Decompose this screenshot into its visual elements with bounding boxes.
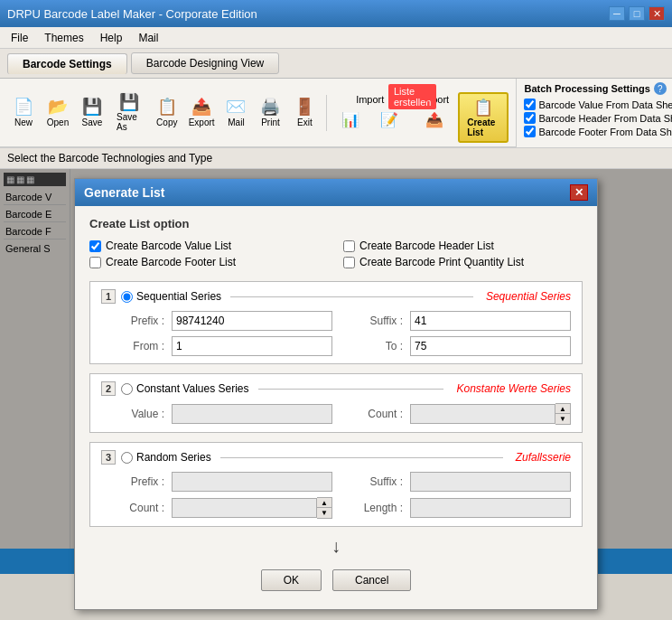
tab-barcode-settings[interactable]: Barcode Settings: [7, 53, 127, 74]
batch-title-row: Batch Processing Settings ?: [524, 82, 672, 95]
menu-help[interactable]: Help: [93, 30, 130, 46]
random-series-header: 3 Random Series Zufallsserie: [101, 450, 571, 465]
new-button[interactable]: 📄 New: [7, 94, 40, 131]
prefix-input[interactable]: [172, 311, 332, 331]
constant-series-section: 2 Constant Values Series Konstante Werte…: [89, 373, 583, 433]
new-icon: 📄: [14, 98, 33, 117]
print-button[interactable]: 🖨️ Print: [254, 94, 286, 131]
modal-overlay: Generate List ✕ Create List option Creat…: [0, 169, 672, 549]
import-excel-icon: 📊: [341, 111, 359, 128]
random-radio[interactable]: [121, 452, 133, 464]
generate-list-dialog: Generate List ✕ Create List option Creat…: [74, 178, 598, 610]
create-list-button[interactable]: 📋 Create List: [458, 92, 509, 143]
random-form: Prefix : Suffix : Count : ▲ ▼ Lengt: [101, 472, 571, 519]
random-length-input: [410, 498, 571, 518]
close-button[interactable]: ✕: [649, 6, 665, 21]
checkbox-row-header: Create Barcode Header List: [343, 240, 583, 252]
create-list-section: Liste erstellen 📋 Create List: [458, 82, 509, 143]
open-icon: 📂: [48, 98, 68, 117]
dialog-title: Generate List: [84, 185, 164, 200]
maximize-button[interactable]: □: [629, 6, 645, 21]
menu-mail[interactable]: Mail: [131, 30, 165, 46]
random-count-spinner: ▲ ▼: [172, 497, 332, 519]
cancel-button[interactable]: Cancel: [332, 569, 411, 591]
batch-help-icon[interactable]: ?: [654, 82, 667, 95]
dialog-title-bar: Generate List ✕: [75, 179, 597, 206]
saveas-button[interactable]: 💾 Save As: [110, 89, 149, 136]
ok-arrow-indicator: ↓: [89, 536, 583, 557]
count-spinner-const: ▲ ▼: [410, 403, 571, 425]
dialog-footer: OK Cancel: [89, 559, 583, 598]
series-num-3: 3: [101, 450, 116, 465]
window-controls: ─ □ ✕: [609, 6, 665, 21]
checkbox-row-value: Create Barcode Value List: [89, 240, 329, 252]
constant-form: Value : Count : ▲ ▼: [101, 403, 571, 425]
count-up-btn-const[interactable]: ▲: [555, 404, 570, 414]
saveas-icon: 💾: [119, 93, 139, 113]
series-divider-1: [230, 296, 473, 297]
sequential-radio-label[interactable]: Sequential Series: [121, 290, 221, 303]
copy-button[interactable]: 📋 Copy: [151, 94, 183, 131]
minimize-button[interactable]: ─: [609, 6, 625, 21]
sequential-series-section: 1 Sequential Series Sequential Series Pr…: [89, 281, 583, 364]
from-input[interactable]: [172, 336, 332, 356]
save-icon: 💾: [82, 98, 102, 117]
create-list-icon: 📋: [473, 98, 493, 117]
checkbox-row-footer: Create Barcode Footer List: [89, 256, 329, 268]
batch-check-value[interactable]: [524, 99, 536, 110]
tab-barcode-designing[interactable]: Barcode Designing View: [131, 52, 280, 74]
dialog-checkboxes: Create Barcode Value List Create Barcode…: [89, 240, 583, 268]
batch-check-footer[interactable]: [524, 126, 536, 137]
sequential-form: Prefix : Suffix : From : To :: [101, 311, 571, 356]
import-text-button[interactable]: 📝: [371, 108, 407, 132]
prefix-label: Prefix :: [101, 315, 164, 327]
batch-processing-section: Batch Processing Settings ? Barcode Valu…: [516, 79, 672, 147]
random-up-btn[interactable]: ▲: [317, 498, 331, 508]
export-icon: 📤: [191, 98, 211, 117]
series-divider-3: [220, 457, 503, 458]
exit-button[interactable]: 🚪 Exit: [288, 94, 321, 131]
random-radio-label[interactable]: Random Series: [121, 451, 211, 464]
menu-themes[interactable]: Themes: [37, 30, 90, 46]
copy-icon: 📋: [157, 98, 177, 117]
export-button-toolbar[interactable]: 📤 Export: [185, 94, 219, 131]
import-excel-button[interactable]: 📊: [332, 108, 369, 132]
mail-button[interactable]: ✉️ Mail: [219, 94, 252, 131]
random-german-label: Zufallsserie: [516, 451, 571, 464]
print-icon: 🖨️: [260, 98, 280, 117]
batch-check-header[interactable]: [524, 112, 536, 124]
toolbar: 📄 New 📂 Open 💾 Save 💾 Save As 📋 Copy 📤 E…: [0, 79, 516, 147]
save-button[interactable]: 💾 Save: [76, 94, 108, 131]
ok-button[interactable]: OK: [261, 569, 322, 591]
open-button[interactable]: 📂 Open: [42, 94, 74, 131]
value-label: Value :: [101, 408, 164, 420]
random-count-label: Count :: [101, 502, 164, 514]
batch-check-3: Barcode Footer From Data Sheet: [524, 126, 672, 137]
random-down-btn[interactable]: ▼: [317, 508, 331, 518]
constant-radio-label[interactable]: Constant Values Series: [121, 382, 249, 395]
sequential-german-label: Sequential Series: [486, 290, 571, 303]
sequential-series-header: 1 Sequential Series Sequential Series: [101, 289, 571, 304]
menu-bar: File Themes Help Mail: [0, 27, 672, 49]
checkbox-barcode-value[interactable]: [89, 240, 101, 252]
checkbox-barcode-footer[interactable]: [89, 257, 101, 268]
series-divider-2: [258, 389, 444, 390]
count-down-btn-const[interactable]: ▼: [555, 414, 570, 424]
random-suffix-label: Suffix :: [340, 475, 403, 488]
menu-file[interactable]: File: [4, 30, 35, 46]
toolbar-separator: [326, 95, 327, 131]
export-btn[interactable]: 📤: [416, 108, 453, 132]
checkbox-barcode-quantity[interactable]: [343, 257, 355, 268]
sequential-radio[interactable]: [121, 291, 133, 303]
suffix-input[interactable]: [410, 311, 571, 331]
constant-radio[interactable]: [121, 383, 133, 395]
random-series-section: 3 Random Series Zufallsserie Prefix : Su…: [89, 442, 583, 527]
dialog-close-button[interactable]: ✕: [570, 184, 588, 201]
checkbox-barcode-header[interactable]: [343, 240, 355, 252]
constant-german-label: Konstante Werte Series: [456, 382, 571, 395]
random-prefix-input: [172, 472, 332, 492]
to-input[interactable]: [410, 336, 571, 356]
import-text-icon: 📝: [380, 111, 398, 128]
from-label: From :: [101, 340, 164, 352]
random-prefix-label: Prefix :: [101, 475, 164, 488]
